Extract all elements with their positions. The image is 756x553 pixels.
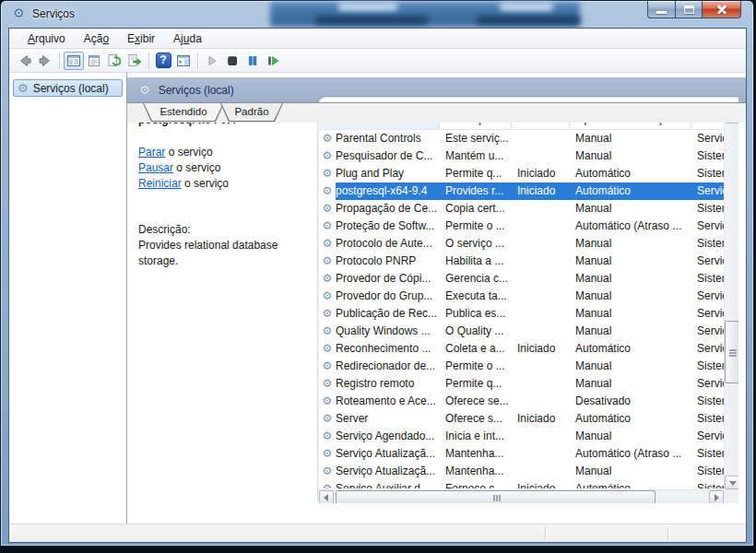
close-button[interactable]	[703, 1, 741, 18]
table-row[interactable]: ⚙ Proteção de Softw... Permite o ... Aut…	[319, 218, 724, 235]
tab-padrao[interactable]: Padrão	[220, 103, 283, 122]
results-pane: ⚙ Serviços (local) postgresql-x64-9.4 Pa…	[127, 73, 746, 524]
glass-highlight	[500, 3, 553, 11]
table-row[interactable]: ⚙ Serviço Auxiliar d... Fornece c... Ini…	[319, 480, 724, 488]
table-row[interactable]: ⚙ Protocolo PNRP Habilita a ... Manual S…	[319, 253, 724, 270]
cell-status	[512, 235, 570, 253]
stop-service-link[interactable]: Parar	[138, 146, 165, 159]
restart-service-link[interactable]: Reiniciar	[138, 177, 182, 190]
cell-fazer-logon: Serviço	[691, 253, 724, 270]
show-action-pane-button[interactable]	[173, 52, 194, 70]
table-row[interactable]: ⚙ Parental Controls Este serviç... Manua…	[319, 130, 724, 147]
cell-nome: Serviço Atualizaçã...	[336, 463, 440, 480]
cell-status	[512, 375, 570, 393]
table-row[interactable]: ⚙ Protocolo de Aute... O serviço ... Man…	[319, 235, 724, 253]
vertical-scrollbar-thumb[interactable]	[725, 321, 738, 383]
cell-tipo-inicializacao: Automático (Atraso ...	[570, 445, 691, 463]
cell-nome: Registro remoto	[336, 375, 440, 393]
cell-descricao: Este serviç...	[440, 130, 512, 147]
table-row[interactable]: ⚙ Serviço Atualizaçã... Mantenha... Manu…	[319, 463, 724, 480]
service-gear-icon: ⚙	[319, 375, 336, 393]
cell-descricao: Permite o ...	[440, 358, 512, 375]
menu-acao[interactable]: Ação	[75, 29, 118, 48]
scroll-right-button[interactable]	[709, 490, 724, 503]
start-service-button[interactable]	[202, 52, 222, 70]
table-row[interactable]: ⚙ Pesquisador de C... Mantém u... Manual…	[319, 147, 724, 165]
service-gear-icon: ⚙	[319, 340, 336, 358]
scroll-down-button[interactable]	[725, 476, 738, 489]
table-row[interactable]: ⚙ postgresql-x64-9.4 Provides r... Inici…	[319, 182, 724, 200]
menu-ajuda[interactable]: Ajuda	[164, 29, 211, 48]
table-row[interactable]: ⚙ Serviço Agendado... Inicia e int... Ma…	[319, 428, 724, 445]
horizontal-scrollbar[interactable]	[319, 489, 724, 503]
table-row[interactable]: ⚙ Reconhecimento ... Coleta e a... Inici…	[319, 340, 724, 358]
menu-arquivo[interactable]: Arquivo	[18, 29, 75, 48]
cell-nome: Serviço Agendado...	[336, 428, 440, 445]
table-row[interactable]: ⚙ Quality Windows ... O Quality ... Manu…	[319, 323, 724, 340]
table-row[interactable]: ⚙ Plug and Play Permite q... Iniciado Au…	[319, 165, 724, 182]
cell-descricao: Coleta e a...	[440, 340, 512, 358]
cell-nome: Protocolo de Aute...	[336, 235, 440, 253]
cell-fazer-logon: Sistema	[691, 358, 724, 375]
glass-highlight	[338, 3, 397, 11]
cell-status	[512, 428, 570, 445]
table-row[interactable]: ⚙ Serviço Atualizaçã... Mantenha... Auto…	[319, 445, 724, 463]
scroll-left-button[interactable]	[319, 490, 334, 503]
tree-item-servicos-local[interactable]: ⚙ Serviços (local)	[13, 79, 123, 97]
cell-fazer-logon: Serviço	[691, 375, 724, 393]
pause-service-link[interactable]: Pausar	[138, 161, 173, 174]
view-tabs: Estendido Padrão	[127, 102, 746, 123]
table-row[interactable]: ⚙ Publicação de Rec... Publica es... Man…	[319, 305, 724, 323]
cell-status: Iniciado	[512, 182, 570, 200]
cell-descricao: Habilita a ...	[440, 253, 512, 270]
pause-service-button[interactable]	[242, 52, 263, 70]
table-row[interactable]: ⚙ Propagação de Ce... Copia cert... Manu…	[319, 200, 724, 218]
stop-service-button[interactable]	[222, 52, 242, 70]
minimize-button[interactable]	[647, 1, 675, 18]
properties-icon	[87, 53, 101, 68]
title-bar[interactable]: ⚙ Serviços	[1, 1, 753, 28]
cell-descricao: O Quality ...	[440, 323, 512, 340]
tab-estendido[interactable]: Estendido	[143, 103, 224, 122]
restart-service-button[interactable]	[263, 52, 283, 70]
cell-nome: Server	[336, 410, 440, 428]
cell-tipo-inicializacao: Manual	[570, 288, 691, 305]
services-gear-icon: ⚙	[18, 82, 29, 94]
cell-tipo-inicializacao: Automático	[570, 340, 691, 358]
back-button[interactable]	[15, 52, 35, 70]
maximize-button[interactable]	[675, 1, 703, 18]
table-row[interactable]: ⚙ Provedor de Cópi... Gerencia c... Manu…	[319, 270, 724, 288]
help-button[interactable]: ?	[153, 52, 173, 70]
cell-tipo-inicializacao: Manual	[570, 463, 691, 480]
menu-exibir[interactable]: Exibir	[118, 29, 164, 48]
cell-tipo-inicializacao: Automático (Atraso ...	[570, 218, 691, 235]
forward-button[interactable]	[35, 52, 55, 70]
cell-descricao: Permite o ...	[440, 218, 512, 235]
cell-status	[512, 147, 570, 165]
cell-status	[512, 393, 570, 410]
service-gear-icon: ⚙	[319, 410, 336, 428]
minimize-icon	[656, 11, 667, 14]
table-row[interactable]: ⚙ Roteamento e Ace... Oferece se... Desa…	[319, 393, 724, 410]
cell-descricao: Permite q...	[440, 375, 512, 393]
service-gear-icon: ⚙	[319, 463, 336, 480]
table-row[interactable]: ⚙ Redirecionador de... Permite o ... Man…	[319, 358, 724, 375]
properties-button[interactable]	[84, 52, 104, 70]
cell-descricao: O serviço ...	[440, 235, 512, 253]
cell-fazer-logon: Serviço	[691, 428, 724, 445]
background-window-shadow	[477, 16, 580, 25]
cell-nome: Protocolo PNRP	[336, 253, 440, 270]
close-icon	[715, 3, 728, 16]
cell-tipo-inicializacao: Manual	[570, 235, 691, 253]
refresh-button[interactable]	[104, 52, 124, 70]
table-row[interactable]: ⚙ Registro remoto Permite q... Manual Se…	[319, 375, 724, 393]
table-row[interactable]: ⚙ Provedor do Grup... Executa ta... Manu…	[319, 288, 724, 305]
cell-fazer-logon: Sistema	[691, 463, 724, 480]
horizontal-scrollbar-thumb[interactable]	[336, 490, 656, 503]
cell-status	[512, 130, 570, 147]
vertical-scrollbar[interactable]	[724, 110, 738, 489]
table-row[interactable]: ⚙ Server Oferece s... Iniciado Automátic…	[319, 410, 724, 428]
services-gear-icon: ⚙	[139, 84, 150, 96]
show-console-tree-button[interactable]	[64, 52, 84, 70]
export-list-button[interactable]	[124, 52, 145, 70]
